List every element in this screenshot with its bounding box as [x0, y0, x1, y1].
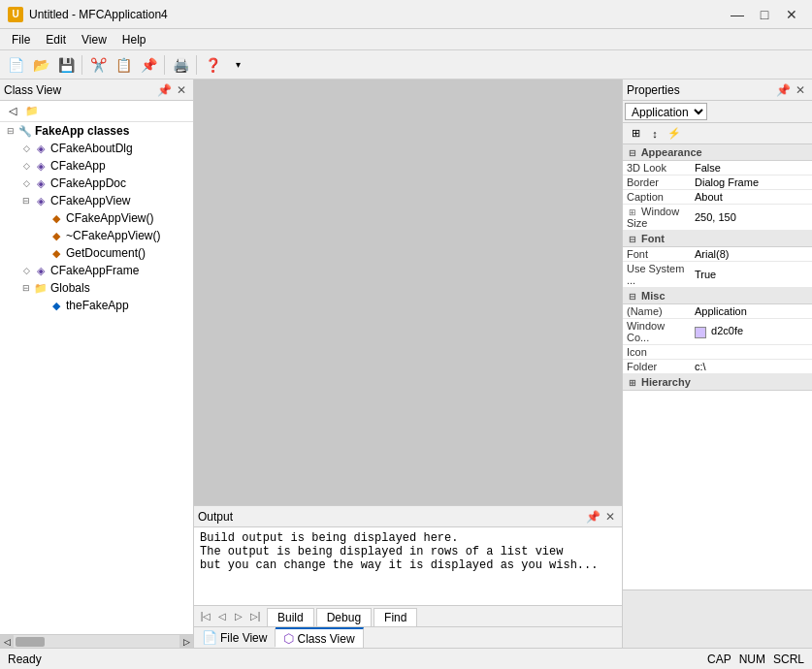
output-nav-next[interactable]: ▷: [231, 609, 246, 624]
tree-folder-button[interactable]: 📁: [23, 103, 41, 120]
app-window: U Untitled - MFCApplication4 — □ ✕ File …: [0, 0, 812, 669]
props-row-windowcolor[interactable]: Window Co... d2c0fe: [623, 319, 812, 345]
print-button[interactable]: 🖨️: [169, 53, 192, 77]
props-section-misc: ⊟ Misc: [623, 288, 812, 304]
menu-file[interactable]: File: [4, 31, 38, 48]
props-events-btn[interactable]: ⚡: [666, 125, 683, 143]
output-tab-build[interactable]: Build: [267, 608, 314, 626]
props-row-border[interactable]: Border Dialog Frame: [623, 175, 812, 190]
output-close-icon[interactable]: ✕: [602, 509, 618, 525]
help-button[interactable]: ❓: [201, 53, 224, 77]
folder-icon-globals: 📁: [33, 280, 49, 296]
expand-icon-cfakeappdoc: ◇: [19, 176, 33, 190]
properties-panel: Properties 📌 ✕ Application ⊞ ↕ ⚡: [622, 80, 812, 648]
menu-edit[interactable]: Edit: [38, 31, 74, 48]
paste-button[interactable]: 📌: [137, 53, 160, 77]
app-icon: U: [8, 7, 23, 22]
section-expand-font[interactable]: ⊟: [627, 235, 638, 244]
props-row-name[interactable]: (Name) Application: [623, 304, 812, 319]
help-dropdown[interactable]: ▾: [226, 53, 249, 77]
tree-label-cfakeappdoc: CFakeAppDoc: [50, 176, 126, 190]
class-view-tab-label: Class View: [297, 632, 354, 646]
open-button[interactable]: 📂: [29, 53, 52, 77]
tree-item-cfakeappview[interactable]: ⊟ ◈ CFakeAppView: [0, 192, 193, 209]
title-controls: — □ ✕: [725, 5, 804, 24]
file-view-tab[interactable]: 📄 File View: [194, 628, 276, 647]
minimize-button[interactable]: —: [725, 5, 750, 24]
tree-item-cfakeappview-ctor[interactable]: ◆ CFakeAppView(): [0, 209, 193, 227]
tree-label-thefakeapp: theFakeApp: [66, 299, 129, 312]
tree-item-fakeapp-classes[interactable]: ⊟ 🔧 FakeApp classes: [0, 122, 193, 140]
panel-pin-icon[interactable]: 📌: [156, 82, 172, 98]
tree-item-globals[interactable]: ⊟ 📁 Globals: [0, 279, 193, 297]
section-expand-misc[interactable]: ⊟: [627, 292, 638, 302]
hscroll-left[interactable]: ◁: [0, 635, 14, 649]
tree-item-thefakeapp[interactable]: ◆ theFakeApp: [0, 297, 193, 314]
props-pin-icon[interactable]: 📌: [775, 82, 791, 98]
new-button[interactable]: 📄: [4, 53, 27, 77]
props-table-area: ⊟ Appearance 3D Look False Border Dialog…: [623, 144, 812, 589]
props-row-3dlook[interactable]: 3D Look False: [623, 161, 812, 175]
tree-label-fakeapp: FakeApp classes: [35, 124, 129, 138]
class-view-hscroll[interactable]: ◁ ▷: [0, 634, 193, 648]
output-line-2: The output is being displayed in rows of…: [200, 545, 616, 558]
view-tabs: 📄 File View ⬡ Class View: [194, 626, 622, 648]
expand-icon-fakeapp[interactable]: ⊟: [4, 124, 17, 138]
hscroll-right[interactable]: ▷: [179, 635, 193, 649]
props-toolbar: ⊞ ↕ ⚡: [623, 123, 812, 144]
output-pin-icon[interactable]: 📌: [585, 509, 601, 525]
class-view-tab[interactable]: ⬡ Class View: [276, 627, 363, 648]
save-button[interactable]: 💾: [54, 53, 78, 77]
props-header-icons: 📌 ✕: [775, 82, 808, 98]
expand-icon-thefakeapp: [35, 299, 49, 312]
expand-icon-ctor: [35, 211, 49, 225]
expand-icon-globals[interactable]: ⊟: [19, 281, 33, 295]
editor-area: [194, 80, 622, 505]
props-row-windowsize[interactable]: ⊞ Window Size 250, 150: [623, 205, 812, 231]
panel-close-icon[interactable]: ✕: [174, 82, 189, 98]
props-object-dropdown[interactable]: Application: [625, 103, 707, 120]
tree-back-button[interactable]: ◁: [4, 103, 21, 120]
output-nav-prev[interactable]: ◁: [214, 609, 230, 624]
tree-label-aboutdlg: CFakeAboutDlg: [50, 142, 133, 155]
copy-button[interactable]: 📋: [112, 53, 135, 77]
tree-item-cfakeappdoc[interactable]: ◇ ◈ CFakeAppDoc: [0, 175, 193, 192]
class-icon-cfakeappview: ◈: [33, 193, 49, 208]
close-button[interactable]: ✕: [779, 5, 804, 24]
output-tab-debug[interactable]: Debug: [316, 608, 372, 626]
hscroll-thumb[interactable]: [16, 637, 45, 647]
expand-icon-cfakeappframe: ◇: [19, 264, 33, 277]
props-row-caption[interactable]: Caption About: [623, 190, 812, 205]
expand-icon-cfakeappview[interactable]: ⊟: [19, 194, 33, 207]
expand-icon-aboutdlg: ◇: [19, 142, 33, 155]
props-row-usesystem[interactable]: Use System ... True: [623, 262, 812, 288]
props-categories-btn[interactable]: ⊞: [627, 125, 644, 143]
section-expand-appearance[interactable]: ⊟: [627, 148, 638, 158]
tree-item-cfakeappframe[interactable]: ◇ ◈ CFakeAppFrame: [0, 262, 193, 279]
tree-item-cfakeappview-dtor[interactable]: ◆ ~CFakeAppView(): [0, 227, 193, 244]
props-alpha-btn[interactable]: ↕: [646, 125, 664, 143]
tree-label-cfakeapp: CFakeApp: [50, 159, 106, 173]
section-expand-hierarchy[interactable]: ⊞: [627, 378, 638, 388]
props-close-icon[interactable]: ✕: [793, 82, 808, 98]
output-tabs: |◁ ◁ ▷ ▷| Build Debug Find: [194, 605, 622, 626]
props-row-icon[interactable]: Icon: [623, 345, 812, 360]
cut-button[interactable]: ✂️: [86, 53, 110, 77]
tree-label-dtor: ~CFakeAppView(): [66, 229, 161, 242]
output-nav-last[interactable]: ▷|: [247, 609, 263, 624]
tree-item-cfakeapp[interactable]: ◇ ◈ CFakeApp: [0, 157, 193, 175]
expand-windowsize[interactable]: ⊞: [627, 207, 638, 217]
toolbar-sep-3: [196, 55, 197, 75]
props-description: [623, 589, 812, 648]
props-row-font[interactable]: Font Arial(8): [623, 247, 812, 262]
title-bar-left: U Untitled - MFCApplication4: [8, 7, 168, 22]
props-row-folder[interactable]: Folder c:\: [623, 360, 812, 374]
menu-help[interactable]: Help: [114, 31, 154, 48]
tree-item-getdocument[interactable]: ◆ GetDocument(): [0, 244, 193, 262]
menu-view[interactable]: View: [74, 31, 114, 48]
output-tab-find[interactable]: Find: [374, 608, 417, 626]
tree-item-cfakeaboutdlg[interactable]: ◇ ◈ CFakeAboutDlg: [0, 140, 193, 157]
output-nav-first[interactable]: |◁: [198, 609, 213, 624]
maximize-button[interactable]: □: [752, 5, 777, 24]
status-num: NUM: [739, 653, 765, 666]
